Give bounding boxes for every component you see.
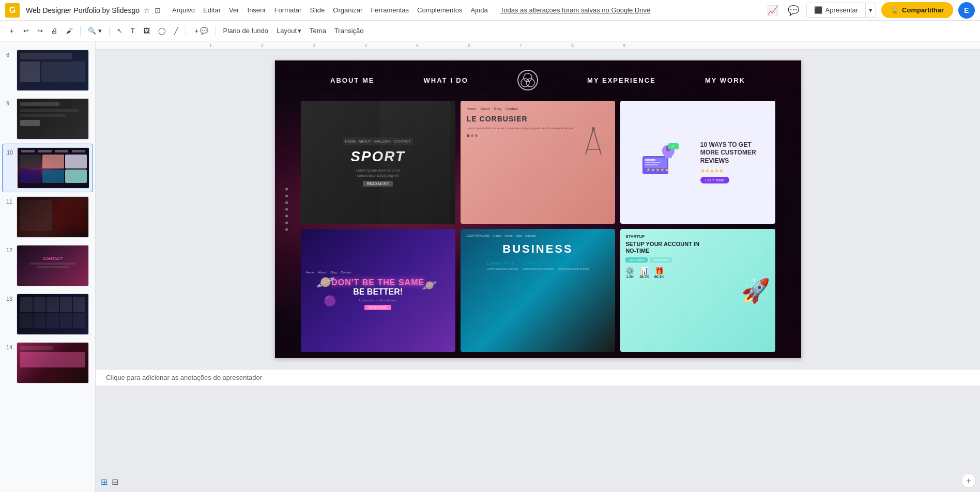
menu-complementos[interactable]: Complementos: [414, 4, 465, 16]
slide-preview-12: CONTACT: [17, 245, 89, 286]
corbusier-dots: [467, 134, 574, 137]
portfolio-reviews[interactable]: ★★★★★ ✓ 10 WAYS TO GET MORE CUSTOMER REV…: [620, 101, 775, 224]
theme-button[interactable]: Tema: [307, 25, 329, 37]
image-tool[interactable]: 🖼: [140, 25, 153, 37]
slide-thumb-11[interactable]: 11: [2, 193, 93, 241]
svg-line-3: [586, 129, 593, 155]
space-content: 🪐 🪐 DON'T BE THE SAME BE BETTER! 🟣: [321, 278, 435, 297]
add-slide-button[interactable]: ＋: [961, 473, 976, 488]
menu-arquivo[interactable]: Arquivo: [169, 4, 198, 16]
svg-point-6: [592, 127, 595, 130]
svg-point-0: [524, 73, 532, 82]
folder-icon[interactable]: ⊡: [155, 6, 161, 14]
menu-ferramentas[interactable]: Ferramentas: [368, 4, 412, 16]
startup-header: STARTUP: [625, 234, 770, 239]
menu-ver[interactable]: Ver: [226, 4, 242, 16]
startup-btn-1[interactable]: Get Started: [625, 257, 648, 263]
dot-6: [285, 222, 288, 224]
separator-4: [216, 26, 216, 36]
menu-editar[interactable]: Editar: [200, 4, 224, 16]
nav-my-work[interactable]: MY WORK: [705, 76, 745, 84]
paint-format-button[interactable]: 🖌: [63, 25, 76, 37]
slide-thumb-12[interactable]: 12 CONTACT: [2, 242, 93, 289]
corbusier-nav-item: About: [481, 107, 490, 111]
nav-about-me[interactable]: ABOUT ME: [330, 76, 374, 84]
menu-formatar[interactable]: Formatar: [271, 4, 305, 16]
main-layout: 8 9: [0, 41, 980, 492]
nav-what-i-do[interactable]: WHAT I DO: [424, 76, 468, 84]
slide-view-button[interactable]: ⊞: [100, 476, 109, 488]
avatar[interactable]: E: [958, 2, 975, 19]
corbusier-nav-item: Home: [467, 107, 477, 111]
reviews-button[interactable]: Learn More: [700, 177, 729, 183]
portfolio-business[interactable]: COMPANYNAME Home About Blog Contact BUSI…: [461, 229, 615, 352]
slide-thumb-13[interactable]: 13: [2, 290, 93, 338]
slide-preview-9: [17, 98, 89, 140]
menu-ajuda[interactable]: Ajuda: [468, 4, 491, 16]
star-icon[interactable]: ☆: [144, 6, 150, 14]
text-tool[interactable]: T: [128, 25, 138, 37]
corbusier-nav-item: Blog: [494, 107, 501, 111]
share-button[interactable]: 🔒 Compartilhar: [881, 2, 953, 18]
add-button[interactable]: ＋: [5, 24, 18, 38]
slide-preview-10: [17, 147, 89, 189]
slide-thumb-14[interactable]: 14: [2, 339, 93, 387]
background-button[interactable]: Plano de fundo: [220, 25, 271, 37]
main-slide[interactable]: ABOUT ME WHAT I DO MY EXPERIENCE MY WORK: [274, 60, 802, 359]
dot-3: [285, 202, 288, 204]
business-stats: LOREM TITLE Lorem ipsum dolor sit amet L…: [487, 261, 589, 270]
business-nav-item: Blog: [516, 234, 522, 237]
dot-7: [285, 228, 288, 231]
shape-tool[interactable]: ◯: [155, 25, 169, 37]
cursor-tool[interactable]: ↖: [114, 25, 126, 37]
startup-buttons: Get Started Learn More: [625, 257, 770, 263]
presenter-notes[interactable]: Clique para adicionar as anotações do ap…: [96, 369, 980, 386]
business-nav-item: About: [504, 234, 513, 237]
nav-experience[interactable]: MY EXPERIENCE: [587, 76, 656, 84]
transition-button[interactable]: Transição: [331, 25, 367, 37]
layout-button[interactable]: Layout ▾: [273, 25, 304, 37]
business-title: BUSINESS: [502, 242, 573, 256]
portfolio-corbusier[interactable]: Home About Blog Contact LE CORBUSIER Lor…: [461, 101, 615, 224]
line-tool[interactable]: ╱: [171, 25, 181, 37]
portfolio-startup[interactable]: STARTUP SETUP YOUR ACCOUNT IN NO-TIME Ge…: [620, 229, 775, 352]
slide-thumb-9[interactable]: 9: [2, 95, 93, 143]
startup-btn-2[interactable]: Learn More: [650, 257, 672, 263]
separator-1: [80, 26, 81, 36]
doc-title: Web Designer Portfolio by Slidesgo: [26, 6, 140, 14]
slide-preview-13: [17, 294, 89, 335]
undo-button[interactable]: ↩: [20, 25, 32, 37]
separator-2: [109, 26, 110, 36]
present-dropdown-arrow[interactable]: ▾: [866, 3, 876, 18]
grid-view-button[interactable]: ⊟: [111, 476, 119, 488]
startup-title: SETUP YOUR ACCOUNT IN NO-TIME: [625, 241, 705, 254]
space-nav-home: Home: [306, 271, 314, 274]
rocket-illustration: 🚀: [741, 277, 770, 304]
dot-1: [285, 188, 288, 191]
slide-thumb-8[interactable]: 8: [2, 47, 93, 94]
present-icon: ⬛: [814, 6, 822, 14]
business-company: COMPANYNAME: [466, 234, 490, 237]
activity-icon[interactable]: 📈: [765, 3, 780, 18]
app-icon: G: [5, 3, 20, 18]
menu-slide[interactable]: Slide: [307, 4, 328, 16]
portfolio-sport[interactable]: HOME ABOUT GALLERY CONTACT SPORT Lorem i…: [301, 101, 455, 224]
separator-3: [186, 26, 186, 36]
redo-button[interactable]: ↪: [34, 25, 46, 37]
slide-thumb-10[interactable]: 10: [2, 144, 93, 192]
reviews-text: 10 WAYS TO GET MORE CUSTOMER REVIEWS ★★★…: [700, 141, 769, 184]
slide-navigation: ABOUT ME WHAT I DO MY EXPERIENCE MY WORK: [275, 60, 801, 96]
comment-button[interactable]: ＋💬: [190, 24, 211, 38]
top-bar: G Web Designer Portfolio by Slidesgo ☆ ⊡…: [0, 0, 980, 21]
menu-organizar[interactable]: Organizar: [330, 4, 365, 16]
menu-inserir[interactable]: Inserir: [244, 4, 269, 16]
zoom-button[interactable]: 🔍 ▾: [85, 25, 105, 37]
space-read-more[interactable]: READ MORE: [364, 305, 391, 310]
horizontal-ruler: 1 2 3 4 5 6 7 8 9: [96, 41, 980, 50]
print-button[interactable]: 🖨: [48, 25, 61, 37]
corbusier-para: Lorem ipsum dolor sit amet consectetur a…: [467, 126, 574, 130]
top-nav: Arquivo Editar Ver Inserir Formatar Slid…: [169, 4, 653, 16]
chat-icon[interactable]: 💬: [786, 3, 801, 18]
portfolio-space[interactable]: Home About Blog Contact 🪐 🪐 DON'T BE THE…: [301, 229, 455, 352]
present-button[interactable]: ⬛ Apresentar: [806, 3, 866, 18]
